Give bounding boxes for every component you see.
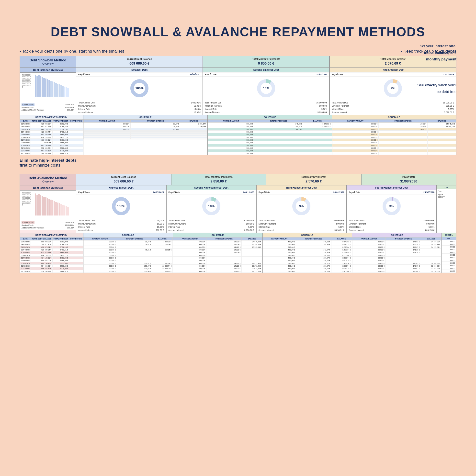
table-row: 30/11/2024587 684,19 €2 479,32 € xyxy=(20,150,83,152)
debt-details-2: Total Amount Due35 000.00 € Minimum Paym… xyxy=(203,100,329,115)
table-row: 500,00 € xyxy=(352,259,441,262)
table-row: 500,00 €145,07 €32 345,83 € xyxy=(352,267,441,270)
avalanche-annotation: Eliminate high-interest debtsfirst to mi… xyxy=(19,157,457,169)
table-row: 500,00 € xyxy=(332,141,456,144)
total-monthly-payments-cell: Total Monthly Payments 9 850.00 € xyxy=(203,56,329,67)
table-row: 300,00 €130,00 €22 105,00 € xyxy=(84,270,172,273)
av-second-highest-debt-card: Second Highest Interest Debt Payoff Date… xyxy=(166,185,256,233)
smallest-debt-card: Smallest Debt Payoff Date 31/07/2021 100… xyxy=(76,67,203,115)
table-row: 30/04/2024628 443,74 €2 703,61 € xyxy=(20,131,83,133)
table-row: 500,00 €144,26 € xyxy=(208,128,332,131)
av-donut-4: 3% xyxy=(347,194,437,218)
svg-text:10%: 10% xyxy=(263,86,269,90)
table-row: 500,00 € xyxy=(332,133,456,136)
table-row: 300,00 xyxy=(442,246,456,248)
schedule-table-1: PAYMENT AMOUNT INTEREST EXPENSE BALANCE … xyxy=(84,119,207,139)
avalanche-method-title: Debt Avalanche Method Overview xyxy=(20,174,76,185)
table-row: 300,00 € xyxy=(84,254,172,256)
schedules-container: SCHEDULE PAYMENT AMOUNT INTEREST EXPENSE… xyxy=(83,115,456,155)
summary-table-panel: DEBT REPAYMENT SUMMARY DATE TOTAL DEBT B… xyxy=(20,115,83,155)
table-row: 500,00 € xyxy=(332,147,456,150)
table-row: 300,00 €150,07 €22 182,74 € xyxy=(84,262,172,265)
table-row: 500,00 € xyxy=(208,144,332,147)
table-row: 300,00 € xyxy=(84,251,172,254)
table-row: 300,00 xyxy=(442,248,456,251)
table-row: 300,00 xyxy=(442,259,456,262)
table-row: 500,00 € xyxy=(352,254,441,256)
table-row: 300,00 xyxy=(442,264,456,267)
av-schedule-4: SCHEDULE PAYMENT AMOUNTINTEREST EXPENSEB… xyxy=(352,233,442,273)
av-highest-debt-card: Highest Interest Debt Payoff Date 24/07/… xyxy=(76,185,166,233)
schedule-2: SCHEDULE PAYMENT AMOUNT INTEREST EXPENSE… xyxy=(207,115,332,155)
table-row: 300,00 €130,07 €22 762,74 € xyxy=(84,267,172,270)
table-row: 500,00 €141,20 €22 071,40 € xyxy=(173,267,262,270)
av-current-debt-balance: Current Debt Balance 609 686.60 € xyxy=(76,174,171,185)
av-fourth-highest-debt-card: Fourth Highest Interest Debt Payoff Date… xyxy=(347,185,437,233)
table-row: 500,00 €144,36 €34 290,19 € xyxy=(332,125,456,128)
table-row: 500,00 €145,07 €32 345,83 € xyxy=(352,262,441,265)
av-schedule-2: SCHEDULE PAYMENT AMOUNTINTEREST EXPENSEB… xyxy=(173,233,262,273)
debt-details: Total Amount Due2 000.00 € Minimum Payme… xyxy=(76,100,203,115)
table-row: 500,00 € xyxy=(332,144,456,147)
table-row: 500,00 €144,34 €34 285,13 € xyxy=(263,243,352,246)
table-row: 500,00 €31 528,84 € xyxy=(263,246,352,249)
table-row: 500,00 €130,00 €31 505,00 € xyxy=(263,254,352,256)
table-row xyxy=(84,138,207,139)
schedule-table-3: PAYMENT AMOUNT INTEREST EXPENSE BALANCE … xyxy=(332,119,456,155)
table-row: 500,00 € xyxy=(208,133,332,136)
table-row: 500,00 €144,34 €34 285,13 € xyxy=(352,243,441,246)
table-row: 500,00 € xyxy=(208,136,332,139)
table-row: 300,00 €76,31 €889,15 € xyxy=(84,249,172,251)
debt-summary-table: DATE TOTAL DEBT BALANCE TOTAL INTEREST C… xyxy=(20,119,83,155)
donut-svg-3: 9% xyxy=(383,79,403,98)
table-row: 31/03/2024640 720,07 €2 736,13 € xyxy=(20,128,83,131)
av-balance-chart: 700 000,00 €600 000,00 €500 000,00 €400 … xyxy=(20,190,76,220)
schedule-3: SCHEDULE PAYMENT AMOUNT INTEREST EXPENSE… xyxy=(332,115,456,155)
table-row: 500,00 €130,07 €22 302,74 € xyxy=(263,259,352,262)
table-row: 500,00 €141,28 €23 929,84 € xyxy=(173,246,262,249)
svg-text:100%: 100% xyxy=(135,86,144,90)
svg-text:9%: 9% xyxy=(391,86,395,90)
table-row: 31/03/2024630 573,74 €2 736,13 € xyxy=(20,246,83,249)
table-row: 500,00 €130,00 €22 105,00 € xyxy=(263,270,352,273)
balance-chart: 700 000,00 €600 000,00 €500 000,00 €400 … xyxy=(20,73,76,102)
table-row: 300,00 €29,33 €1 100,29 € xyxy=(84,125,207,128)
table-row: 500,00 € xyxy=(208,150,332,152)
av-schedule-1: SCHEDULE PAYMENT AMOUNTINTEREST EXPENSEB… xyxy=(83,233,173,273)
table-row: 21/05/2024601 429,74 €2 669,00 € xyxy=(20,133,83,136)
table-row: 300,00 xyxy=(442,262,456,264)
table-row: 500,00 € xyxy=(173,254,262,256)
schedule-table-2: PAYMENT AMOUNT INTEREST EXPENSE BALANCE … xyxy=(208,119,332,155)
table-row: 30/09/2024600 706,48 €2 535,49 € xyxy=(20,262,83,265)
table-row: 500,00 € xyxy=(208,152,332,155)
payoff-row-2: Payoff Date 31/01/2028 xyxy=(203,72,329,77)
av-debt-balance-overview-panel: Debt Balance Overview 700 000,00 €600 00… xyxy=(20,185,76,233)
table-row: 300,00 €29,01 €1 000,28 € xyxy=(84,243,172,246)
table-row: 500,00 € xyxy=(332,136,456,139)
table-row: 500,00 €145,07 €32 345,83 € xyxy=(352,265,441,267)
table-row: 300,00 €31,67 €1 801,67 € xyxy=(84,122,207,125)
table-row: 300,00 xyxy=(442,267,456,270)
schedule-1: SCHEDULE PAYMENT AMOUNT INTEREST EXPENSE… xyxy=(83,115,207,155)
table-row: 500,00 €145,83 €34 640,83 € xyxy=(263,240,352,243)
table-row: 500,00 €144,26 € xyxy=(332,128,456,131)
av-summary-table-panel: DEBT REPAYMENT SUMMARY DATE TOTAL DEBT B… xyxy=(20,233,83,273)
av-total-monthly-interest: Total Monthly Interest 2 570.69 € xyxy=(266,174,361,185)
table-row: 500,00 €141,28 € xyxy=(173,251,262,254)
second-smallest-debt-card: Second Smallest Debt Payoff Date 31/01/2… xyxy=(203,67,329,115)
bullet-arrow: • xyxy=(19,49,21,53)
debt-details-3: Total Amount Due35 000.00 € Minimum Paym… xyxy=(330,100,456,115)
bullet-arrow-right: • xyxy=(401,49,402,53)
interest-rate-note: Set your interest rate, initial balance,… xyxy=(420,43,457,62)
av-donut-3: 9% xyxy=(256,194,346,218)
table-row: 30/11/2024585 684,19 €2 479,32 € xyxy=(20,267,83,270)
table-row: 500,00 €145,83 €34 640,83 € xyxy=(352,240,441,243)
table-row: 30/05/2024635 575,74 €2 669,00 € xyxy=(20,251,83,254)
table-row: 500,00 € xyxy=(332,131,456,133)
table-row: 300,00 xyxy=(442,243,456,246)
debt-free-note: See exactly when you'll be debt-free xyxy=(417,82,457,95)
table-row: 500,00 €130,07 €22 082,74 € xyxy=(263,265,352,267)
table-row: 500,00 €130,07 €22 962,74 € xyxy=(263,267,352,270)
table-row: 31/10/2024598 924,86 €2 508,80 € xyxy=(20,147,83,150)
table-row: 31/12/2024578 264,79 €2 448,81 € xyxy=(20,270,83,273)
